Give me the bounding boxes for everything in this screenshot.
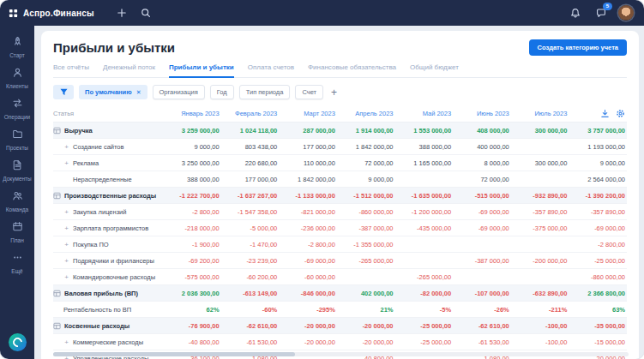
cell-value: 72 000,00 (337, 159, 395, 167)
sidebar-item-operations[interactable]: Операции (0, 93, 34, 123)
cell-value: -1 355 000,00 (337, 241, 395, 248)
table-row[interactable]: Нераспределенные388 000,00177 000,001 84… (53, 171, 627, 188)
sidebar-item-label: Ещё (11, 268, 22, 274)
group-icon[interactable] (53, 192, 61, 200)
sidebar-item-label: Документы (3, 176, 32, 182)
scrollbar-thumb[interactable] (53, 352, 295, 356)
table-row[interactable]: +Реклама3 250 000,00220 680,00110 000,00… (53, 155, 627, 171)
table-row[interactable]: Производственные расходы-1 222 700,00-1 … (53, 188, 627, 204)
cell-value: -860 000,00 (569, 273, 627, 281)
cell-value: 9 000,00 (569, 159, 627, 167)
cell-value: -20 000,00 (337, 322, 395, 330)
sidebar: Старт Клиенты Операции Проекты Документы… (0, 26, 34, 359)
ellipsis-icon (12, 251, 23, 266)
filter-button[interactable] (53, 85, 74, 99)
topbar: Аспро.Финансы 5 (0, 0, 644, 26)
quick-add-button[interactable] (113, 4, 130, 21)
tab-invoice-payment[interactable]: Оплата счетов (248, 63, 294, 78)
table-settings-gear-icon[interactable] (616, 109, 625, 118)
row-label: Нераспределенные (73, 176, 132, 183)
column-header-month[interactable]: Март 2023 (279, 110, 337, 117)
sidebar-item-clients[interactable]: Клиенты (0, 62, 34, 93)
table-header-actions (569, 109, 627, 118)
column-header-month[interactable]: Февраль 2023 (221, 110, 280, 117)
sidebar-item-documents[interactable]: Документы (0, 154, 34, 185)
cell-value: -1 900,00 (163, 241, 221, 248)
table-row[interactable]: +Коммерческие расходы-40 800,00-61 530,0… (53, 334, 627, 350)
expand-plus-icon[interactable]: + (63, 338, 69, 346)
cell-value: 402 000,00 (337, 290, 395, 297)
column-header-month[interactable]: Июнь 2023 (453, 110, 511, 117)
expand-plus-icon[interactable]: + (63, 241, 69, 248)
group-icon[interactable] (53, 290, 61, 297)
user-avatar[interactable] (618, 5, 634, 21)
expand-plus-icon[interactable]: + (63, 159, 69, 167)
tab-financial-obligations[interactable]: Финансовые обязательства (308, 63, 396, 78)
group-icon[interactable] (53, 322, 61, 330)
download-icon[interactable] (600, 109, 610, 118)
horizontal-scrollbar[interactable] (53, 352, 629, 356)
filter-preset-chip[interactable]: По умолчанию ✕ (79, 85, 147, 99)
notifications-button[interactable] (567, 4, 584, 21)
messages-button[interactable]: 5 (593, 4, 610, 21)
search-button[interactable] (137, 4, 154, 21)
cell-value: 220 680,00 (221, 159, 280, 167)
tab-cash-flow[interactable]: Денежный поток (103, 63, 155, 78)
filter-period-type[interactable]: Тип периода (239, 85, 291, 99)
row-label: Закупка лицензий (73, 208, 127, 216)
cell-value: 177 000,00 (279, 143, 337, 151)
table-row[interactable]: +Создание сайтов9 000,00803 438,00177 00… (53, 139, 627, 155)
cell-value: -1 547 358,00 (221, 208, 280, 216)
sidebar-item-projects[interactable]: Проекты (0, 123, 34, 154)
column-header-article[interactable]: Статья (53, 110, 163, 117)
table-header-row: СтатьяЯнварь 2023Февраль 2023Март 2023Ап… (53, 105, 627, 123)
cell-value: -25 000,00 (569, 257, 627, 265)
sidebar-item-more[interactable]: Ещё (0, 247, 34, 278)
cell-value: -632 890,00 (511, 290, 569, 297)
sidebar-item-plan[interactable]: План (0, 216, 34, 247)
table-row[interactable]: +Покупка ПО-1 900,00-1 470,00-2 800,00-1… (53, 236, 627, 253)
filter-account[interactable]: Счет (295, 85, 323, 99)
column-header-month[interactable]: Май 2023 (395, 110, 454, 117)
expand-plus-icon[interactable]: + (63, 257, 69, 265)
group-icon[interactable] (53, 127, 61, 135)
cell-value: -236 000,00 (279, 224, 337, 232)
cell-value: -821 000,00 (279, 208, 337, 216)
table-row[interactable]: Валовая прибыль (ВП)2 036 300,00-613 149… (53, 285, 627, 302)
add-filter-button[interactable]: + (328, 87, 340, 98)
tab-profit-loss[interactable]: Прибыли и убытки (169, 63, 234, 78)
table-row[interactable]: +Командировочные расходы-575 000,00-60 2… (53, 269, 627, 285)
cell-value: -26% (453, 306, 511, 314)
funnel-icon (59, 87, 69, 97)
column-header-month[interactable]: Январь 2023 (163, 110, 221, 117)
create-category-button[interactable]: Создать категорию учета (529, 39, 627, 56)
filter-year[interactable]: Год (210, 85, 234, 99)
tab-all-reports[interactable]: Все отчёты (53, 63, 89, 78)
table-row[interactable]: +Закупка лицензий-2 800,00-1 547 358,00-… (53, 204, 627, 220)
aspro-logo[interactable] (9, 333, 27, 351)
table-row[interactable]: Косвенные расходы-76 900,00-62 610,00-20… (53, 318, 627, 334)
cell-value: 21% (337, 306, 395, 314)
table-row[interactable]: +Подрядчики и фрилансеры-69 200,00-23 23… (53, 253, 627, 269)
table-row[interactable]: Рентабельность по ВП62%-60%-295%21%-5%-2… (53, 302, 627, 318)
sidebar-item-start[interactable]: Старт (0, 31, 34, 62)
column-header-month[interactable]: Июль 2023 (511, 110, 569, 117)
expand-plus-icon[interactable]: + (63, 208, 69, 216)
cell-value: 8 000,00 (453, 159, 511, 167)
pnl-table: СтатьяЯнварь 2023Февраль 2023Март 2023Ап… (53, 105, 627, 359)
cell-value: 1 193 000,00 (569, 143, 627, 151)
tab-general-budget[interactable]: Общий бюджет (410, 63, 459, 78)
sidebar-item-team[interactable]: Команда (0, 185, 34, 216)
expand-plus-icon[interactable]: + (63, 143, 69, 151)
close-icon[interactable]: ✕ (136, 89, 141, 96)
expand-plus-icon[interactable]: + (63, 224, 69, 232)
cell-value: 1 165 000,00 (395, 159, 454, 167)
cell-value: 1 842 000,00 (337, 143, 395, 151)
table-row[interactable]: +Зарплата программистов-218 000,00-5 000… (53, 220, 627, 236)
cell-value: -515 000,00 (453, 192, 511, 200)
expand-plus-icon[interactable]: + (63, 273, 69, 281)
table-row[interactable]: Выручка3 259 000,001 024 118,00287 000,0… (53, 123, 627, 139)
filter-organization[interactable]: Организация (153, 85, 205, 99)
row-label: Рентабельность по ВП (63, 306, 131, 314)
column-header-month[interactable]: Апрель 2023 (337, 110, 395, 117)
